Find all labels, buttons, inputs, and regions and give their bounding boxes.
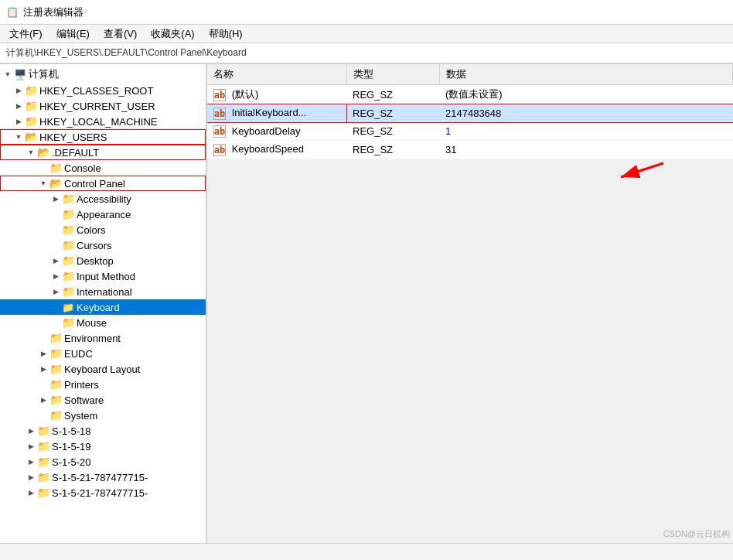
s119-label: S-1-5-19 [52, 441, 206, 452]
folder-icon-s119: 📁 [37, 440, 49, 452]
tree-item-hkcu[interactable]: ▶ 📁 HKEY_CURRENT_USER [0, 98, 206, 114]
reg-type-default: REG_SZ [346, 85, 439, 104]
col-data[interactable]: 数据 [439, 64, 733, 85]
expand-accessibility[interactable]: ▶ [49, 193, 62, 205]
hklm-label: HKEY_LOCAL_MACHINE [39, 116, 206, 128]
expand-eudc[interactable]: ▶ [37, 347, 49, 360]
tree-item-appearance[interactable]: ▶ 📁 Appearance [0, 207, 206, 222]
reg-data-initial: 2147483648 [439, 104, 733, 123]
tree-item-mouse[interactable]: ▶ 📁 Mouse [0, 315, 206, 330]
expand-hkcu[interactable]: ▶ [12, 100, 25, 112]
expand-desktop[interactable]: ▶ [49, 254, 62, 267]
expand-colors: ▶ [49, 224, 62, 236]
table-row[interactable]: ab KeyboardDelay REG_SZ 1 [207, 122, 733, 141]
col-name[interactable]: 名称 [207, 64, 346, 85]
reg-value-icon-delay: ab [213, 125, 226, 138]
tree-item-software[interactable]: ▶ 📁 Software [0, 392, 206, 408]
folder-icon-hkcu: 📁 [25, 100, 37, 112]
folder-icon-default: 📂 [37, 146, 49, 159]
expand-default[interactable]: ▼ [25, 146, 37, 159]
reg-name-initial: InitialKeyboard... [232, 107, 307, 118]
registry-panel[interactable]: 名称 类型 数据 ab (默认) REG_SZ (数值未设置) [207, 64, 733, 159]
folder-icon-hku: 📂 [25, 131, 37, 143]
tree-item-s1521b[interactable]: ▶ 📁 S-1-5-21-787477715- [0, 485, 206, 500]
reg-name-speed: KeyboardSpeed [232, 143, 304, 155]
expand-environment: ▶ [37, 332, 49, 344]
tree-item-keyboard[interactable]: ▶ 📁 Keyboard [0, 299, 206, 315]
expand-mouse: ▶ [49, 316, 62, 329]
folder-icon-s1521b: 📁 [37, 487, 49, 499]
tree-item-hkcr[interactable]: ▶ 📁 HKEY_CLASSES_ROOT [0, 83, 206, 98]
tree-item-s1521a[interactable]: ▶ 📁 S-1-5-21-787477715- [0, 470, 206, 485]
menu-edit[interactable]: 编辑(E) [50, 26, 96, 43]
menu-help[interactable]: 帮助(H) [203, 26, 249, 43]
tree-item-hku[interactable]: ▼ 📂 HKEY_USERS [0, 129, 206, 145]
tree-item-console[interactable]: ▶ 📁 Console [0, 160, 206, 176]
expand-hkcr[interactable]: ▶ [12, 84, 25, 97]
computer-icon: 🖥️ [14, 68, 26, 80]
folder-icon-s1521a: 📁 [37, 471, 49, 483]
expand-s118[interactable]: ▶ [25, 425, 37, 437]
cursors-label: Cursors [77, 240, 206, 251]
table-row[interactable]: ab InitialKeyboard... REG_SZ 2147483648 [207, 104, 733, 123]
tree-item-desktop[interactable]: ▶ 📁 Desktop [0, 253, 206, 268]
folder-icon-accessibility: 📁 [62, 193, 74, 205]
tree-item-s120[interactable]: ▶ 📁 S-1-5-20 [0, 454, 206, 470]
expand-hklm[interactable]: ▶ [12, 115, 25, 128]
tree-item-input-method[interactable]: ▶ 📁 Input Method [0, 268, 206, 284]
expand-s120[interactable]: ▶ [25, 456, 37, 468]
folder-icon-desktop: 📁 [62, 254, 74, 267]
tree-item-international[interactable]: ▶ 📁 International [0, 284, 206, 299]
tree-item-control-panel[interactable]: ▼ 📂 Control Panel [0, 176, 206, 191]
folder-icon-colors: 📁 [62, 224, 74, 236]
menu-view[interactable]: 查看(V) [97, 26, 143, 43]
tree-item-computer[interactable]: ▼ 🖥️ 计算机 [0, 66, 206, 83]
expand-s1521b[interactable]: ▶ [25, 487, 37, 499]
appearance-label: Appearance [77, 209, 206, 220]
tree-item-environment[interactable]: ▶ 📁 Environment [0, 330, 206, 346]
tree-item-system[interactable]: ▶ 📁 System [0, 408, 206, 423]
tree-item-s119[interactable]: ▶ 📁 S-1-5-19 [0, 439, 206, 454]
folder-icon-environment: 📁 [49, 332, 62, 344]
folder-icon-control-panel: 📂 [49, 177, 62, 190]
tree-item-cursors[interactable]: ▶ 📁 Cursors [0, 237, 206, 253]
expand-software[interactable]: ▶ [37, 394, 49, 406]
expand-input-method[interactable]: ▶ [49, 270, 62, 282]
expand-s119[interactable]: ▶ [25, 440, 37, 452]
colors-label: Colors [77, 224, 206, 236]
expand-keyboard-layout[interactable]: ▶ [37, 363, 49, 375]
expand-computer[interactable]: ▼ [2, 68, 14, 80]
software-label: Software [64, 394, 206, 406]
keyboard-layout-label: Keyboard Layout [64, 364, 206, 375]
expand-hku[interactable]: ▼ [12, 131, 25, 143]
folder-icon-keyboard: 📁 [62, 301, 74, 313]
expand-cursors: ▶ [49, 239, 62, 251]
folder-icon-appearance: 📁 [62, 208, 74, 220]
menu-favorites[interactable]: 收藏夹(A) [145, 26, 200, 43]
reg-name-default: (默认) [232, 88, 259, 100]
keyboard-label: Keyboard [77, 302, 206, 313]
tree-item-colors[interactable]: ▶ 📁 Colors [0, 222, 206, 237]
title-bar: 📋 注册表编辑器 [0, 0, 733, 25]
expand-control-panel[interactable]: ▼ [37, 177, 49, 190]
tree-item-printers[interactable]: ▶ 📁 Printers [0, 377, 206, 392]
expand-appearance: ▶ [49, 208, 62, 220]
desktop-label: Desktop [77, 255, 206, 267]
tree-item-accessibility[interactable]: ▶ 📁 Accessibility [0, 191, 206, 207]
tree-panel[interactable]: ▼ 🖥️ 计算机 ▶ 📁 HKEY_CLASSES_ROOT ▶ 📁 HKEY_… [0, 64, 207, 543]
menu-file[interactable]: 文件(F) [3, 26, 49, 43]
expand-s1521a[interactable]: ▶ [25, 471, 37, 483]
col-type[interactable]: 类型 [346, 64, 439, 85]
s120-label: S-1-5-20 [52, 456, 206, 468]
expand-international[interactable]: ▶ [49, 285, 62, 298]
tree-item-s118[interactable]: ▶ 📁 S-1-5-18 [0, 423, 206, 439]
table-row[interactable]: ab (默认) REG_SZ (数值未设置) [207, 85, 733, 104]
tree-item-keyboard-layout[interactable]: ▶ 📁 Keyboard Layout [0, 361, 206, 377]
tree-item-hklm[interactable]: ▶ 📁 HKEY_LOCAL_MACHINE [0, 114, 206, 129]
tree-item-eudc[interactable]: ▶ 📁 EUDC [0, 346, 206, 361]
reg-data-default: (数值未设置) [439, 85, 733, 104]
table-row[interactable]: ab KeyboardSpeed REG_SZ 31 [207, 141, 733, 159]
tree-item-default[interactable]: ▼ 📂 .DEFAULT [0, 145, 206, 160]
expand-printers: ▶ [37, 378, 49, 391]
eudc-label: EUDC [64, 348, 206, 360]
